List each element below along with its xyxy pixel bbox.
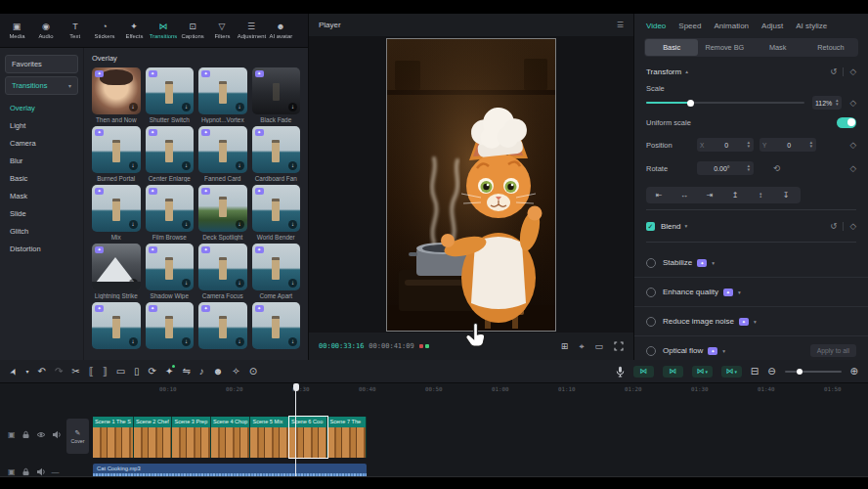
align-top-icon[interactable]: ↥ bbox=[722, 191, 748, 200]
video-preview[interactable] bbox=[387, 39, 555, 331]
avatar-icon[interactable]: ☻ bbox=[213, 366, 224, 378]
transition-card[interactable]: ✦↓ bbox=[198, 302, 247, 351]
undo-icon[interactable]: ↶ bbox=[38, 366, 46, 378]
align-center-h-icon[interactable]: ↔ bbox=[672, 191, 697, 200]
uniform-scale-toggle[interactable] bbox=[837, 117, 856, 128]
transition-card-hypnot-vortex[interactable]: ✦↓Hypnot...Vortex bbox=[198, 67, 247, 123]
reset-icon[interactable]: ↺ bbox=[830, 221, 837, 231]
crop-icon[interactable]: ▭ bbox=[116, 366, 125, 378]
transition-card-then-and-now[interactable]: ✦↓Then and Now bbox=[92, 67, 141, 123]
transition-card-fanned-card[interactable]: ✦↓Fanned Card bbox=[198, 126, 247, 182]
checkbox-icon[interactable] bbox=[646, 258, 656, 268]
tab-speed[interactable]: Speed bbox=[678, 22, 701, 30]
top-tab-audio[interactable]: ◉Audio bbox=[31, 22, 61, 39]
delete-icon[interactable]: ▯ bbox=[134, 366, 140, 378]
transition-card-camera-focus[interactable]: ✦↓Camera Focus bbox=[198, 244, 247, 299]
snap-icon[interactable]: ⌖ bbox=[579, 341, 584, 352]
checkbox-icon[interactable] bbox=[646, 346, 656, 356]
top-tab-stickers[interactable]: ◔Stickers bbox=[90, 22, 119, 39]
scale-slider[interactable] bbox=[646, 102, 804, 104]
top-tab-filters[interactable]: ▽Filters bbox=[207, 22, 237, 39]
transition-card-center-enlarge[interactable]: ✦↓Center Enlarge bbox=[146, 126, 195, 182]
transition-card[interactable]: ✦↓ bbox=[252, 302, 301, 351]
audio-icon[interactable]: ♪ bbox=[199, 366, 204, 378]
tab-adjust[interactable]: Adjust bbox=[761, 22, 783, 30]
transition-card-burned-portal[interactable]: ✦↓Burned Portal bbox=[92, 126, 141, 182]
top-tab-adjustment[interactable]: ☰Adjustment bbox=[237, 22, 266, 39]
ratio-icon[interactable]: ⊞ bbox=[561, 341, 569, 351]
keyframe-icon[interactable]: ◇ bbox=[849, 98, 856, 108]
chevron-down-icon[interactable]: ▾ bbox=[722, 348, 725, 354]
top-tab-ai-avatar[interactable]: ☻AI avatar bbox=[266, 22, 295, 39]
sidebar-item-blur[interactable]: Blur bbox=[0, 152, 83, 169]
position-x-input[interactable]: X 0 ▲▼ bbox=[697, 138, 754, 152]
stepper-icon[interactable]: ▲▼ bbox=[835, 99, 839, 107]
select-tool-icon[interactable]: ➤ bbox=[7, 366, 21, 378]
loop-icon[interactable]: ⟳ bbox=[149, 366, 156, 378]
zoom-out-icon[interactable]: ⊖ bbox=[767, 366, 775, 378]
transition-card-film-browse[interactable]: ✦↓Film Browse bbox=[146, 185, 195, 241]
subtab-retouch[interactable]: Retouch bbox=[804, 39, 857, 56]
rotate-input[interactable]: 0.00° ▲▼ bbox=[697, 161, 754, 175]
timeline-clip-scene-1-the-s[interactable]: Scene 1 The S bbox=[93, 417, 134, 458]
eye-icon[interactable] bbox=[36, 431, 46, 438]
sidebar-item-glitch[interactable]: Glitch bbox=[0, 222, 83, 240]
sidebar-item-slide[interactable]: Slide bbox=[0, 204, 83, 222]
quality-icon[interactable]: ▭ bbox=[594, 341, 603, 351]
align-left-icon[interactable]: ⇤ bbox=[646, 191, 672, 200]
tab-video[interactable]: Video bbox=[646, 22, 666, 30]
mirror-icon[interactable]: ⇋ bbox=[182, 366, 190, 378]
timeline-zoom-slider[interactable] bbox=[785, 371, 842, 373]
player-options-icon[interactable]: ☰ bbox=[617, 21, 624, 29]
fullscreen-icon[interactable] bbox=[614, 341, 624, 351]
align-right-icon[interactable]: ⇥ bbox=[697, 191, 722, 200]
transition-card-black-fade[interactable]: ✦↓Black Fade bbox=[252, 67, 301, 123]
timeline-clip-scene-5-mix[interactable]: Scene 5 Mix bbox=[250, 417, 289, 458]
top-tab-media[interactable]: ▣Media bbox=[2, 22, 31, 39]
tab-animation[interactable]: Animation bbox=[714, 22, 749, 30]
stepper-icon[interactable]: ▲▼ bbox=[747, 141, 751, 149]
playhead[interactable] bbox=[295, 383, 296, 476]
rotate-dial-icon[interactable]: ⟲ bbox=[773, 163, 780, 173]
magic-wand-icon[interactable]: ✦ bbox=[165, 366, 173, 378]
sidebar-item-distortion[interactable]: Distortion bbox=[0, 240, 83, 257]
collapse-icon[interactable]: ▴ bbox=[685, 68, 688, 74]
chevron-down-icon[interactable]: ▾ bbox=[712, 260, 715, 266]
transition-card-shutter-switch[interactable]: ✦↓Shutter Switch bbox=[146, 67, 195, 123]
redo-icon[interactable]: ↷ bbox=[55, 366, 63, 378]
mute-icon[interactable] bbox=[36, 467, 46, 476]
timeline-clip-scene-7-the[interactable]: Scene 7 The bbox=[327, 417, 367, 458]
reset-icon[interactable]: ↺ bbox=[830, 67, 837, 76]
transition-card-mix[interactable]: ✦↓Mix bbox=[92, 185, 141, 241]
keyframe-icon[interactable]: ◇ bbox=[849, 163, 856, 173]
checkbox-icon[interactable] bbox=[646, 288, 656, 297]
sidebar-item-light[interactable]: Light bbox=[0, 116, 83, 134]
trim-right-icon[interactable]: ⟧ bbox=[103, 366, 108, 378]
mute-icon[interactable] bbox=[52, 430, 62, 439]
transition-card-lightning-strike[interactable]: ✦↓Lightning Strike bbox=[92, 244, 141, 299]
position-y-input[interactable]: Y 0 ▲▼ bbox=[760, 138, 816, 152]
align-middle-icon[interactable]: ↕ bbox=[748, 191, 773, 200]
track-collapse-handle[interactable]: — bbox=[52, 467, 60, 476]
microphone-icon[interactable] bbox=[616, 366, 625, 378]
top-tab-transitions[interactable]: ⋈Transitions bbox=[149, 22, 178, 39]
subtab-remove-bg[interactable]: Remove BG bbox=[698, 39, 751, 56]
transition-card-deck-spotlight[interactable]: ✦↓Deck Spotlight bbox=[198, 185, 247, 241]
transition-pill-icon[interactable]: ⋈ bbox=[633, 366, 654, 378]
subtab-basic[interactable]: Basic bbox=[645, 39, 698, 56]
category-dropdown[interactable]: Transitions ▾ bbox=[5, 76, 78, 95]
keyframe-icon[interactable]: ◇ bbox=[849, 221, 856, 231]
timeline-clip-scene-2-chef[interactable]: Scene 2 Chef bbox=[134, 417, 173, 458]
beautify-icon[interactable]: ✧ bbox=[232, 366, 239, 378]
lock-icon[interactable] bbox=[22, 467, 30, 476]
top-tab-effects[interactable]: ✦Effects bbox=[119, 22, 149, 39]
select-dropdown-icon[interactable]: ▾ bbox=[26, 366, 29, 378]
scale-value-box[interactable]: 112% ▲▼ bbox=[812, 96, 843, 110]
timeline-clip-scene-3-prep[interactable]: Scene 3 Prep bbox=[172, 417, 211, 458]
chevron-down-icon[interactable]: ▾ bbox=[738, 289, 741, 295]
trim-left-icon[interactable]: ⟦ bbox=[89, 366, 94, 378]
keyframe-icon[interactable]: ◇ bbox=[849, 140, 856, 150]
zoom-in-icon[interactable]: ⊕ bbox=[850, 366, 858, 378]
apply-to-all-button[interactable]: Apply to all bbox=[810, 344, 856, 357]
transition-pill-3-icon[interactable]: ⋈▾ bbox=[692, 366, 713, 378]
